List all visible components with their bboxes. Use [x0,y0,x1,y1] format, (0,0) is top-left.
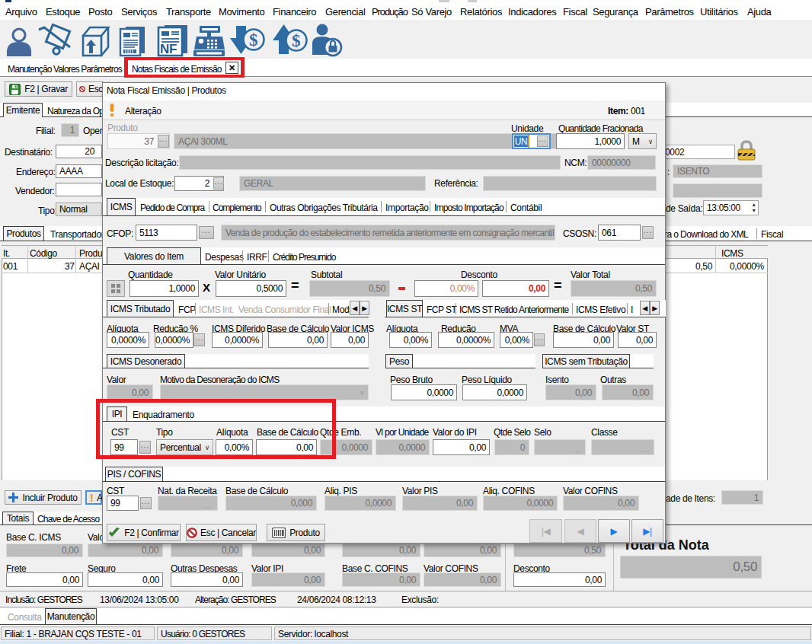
svg-text:NF: NF [160,42,177,56]
svg-text:$: $ [249,30,257,49]
svg-text:$: $ [292,31,300,50]
